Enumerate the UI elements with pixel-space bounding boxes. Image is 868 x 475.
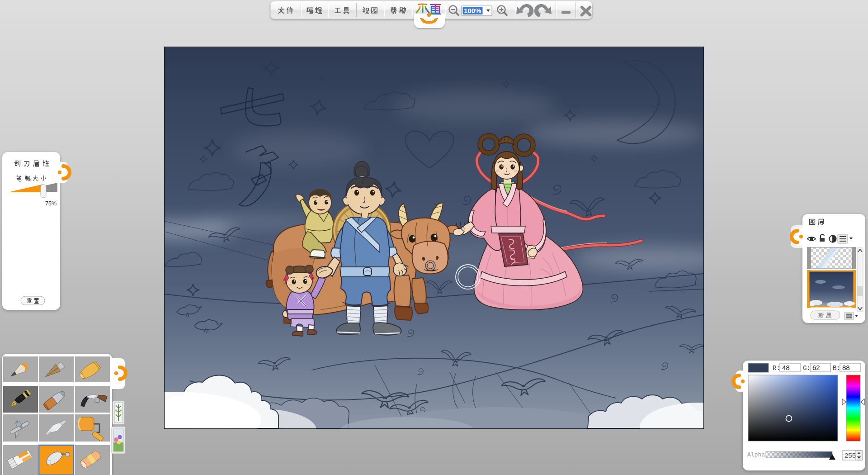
svg-text:62: 62	[812, 364, 820, 371]
svg-text:G:: G:	[803, 365, 811, 372]
svg-text:B:: B:	[833, 365, 840, 372]
svg-text:48: 48	[782, 364, 790, 371]
svg-text:88: 88	[842, 364, 850, 371]
svg-text:Alpha: Alpha	[747, 451, 765, 458]
svg-text:255: 255	[844, 451, 856, 459]
svg-text:R:: R:	[773, 365, 780, 372]
svg-text:100%: 100%	[464, 7, 481, 14]
svg-text:75%: 75%	[45, 200, 57, 207]
